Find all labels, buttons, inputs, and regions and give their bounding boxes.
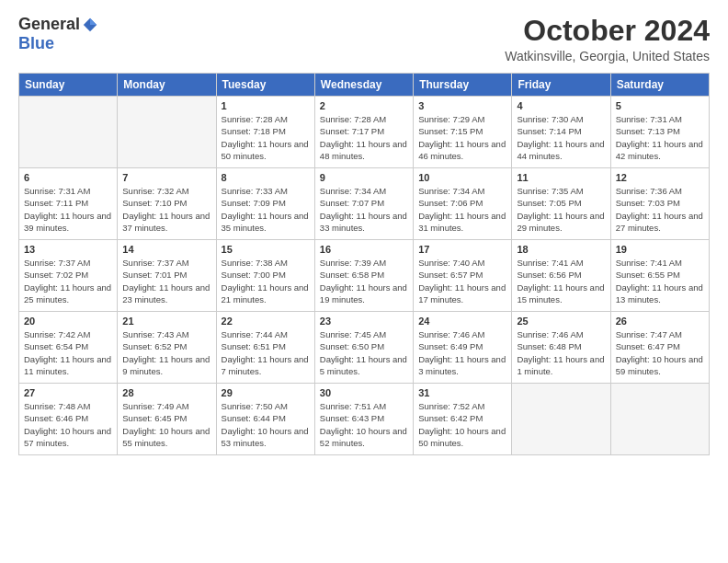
day-number: 11 [517, 172, 605, 183]
day-detail: Sunrise: 7:47 AMSunset: 6:47 PMDaylight:… [616, 328, 704, 377]
day-number: 7 [122, 172, 210, 183]
day-number: 22 [222, 316, 310, 327]
day-detail: Sunrise: 7:48 AMSunset: 6:46 PMDaylight:… [24, 400, 112, 449]
day-detail: Sunrise: 7:52 AMSunset: 6:42 PMDaylight:… [418, 400, 506, 449]
day-number: 19 [616, 244, 704, 255]
header-monday: Monday [118, 74, 216, 97]
header-sunday: Sunday [19, 74, 118, 97]
day-detail: Sunrise: 7:31 AMSunset: 7:13 PMDaylight:… [616, 113, 704, 162]
header-saturday: Saturday [610, 74, 709, 97]
day-detail: Sunrise: 7:44 AMSunset: 6:51 PMDaylight:… [222, 328, 310, 377]
day-number: 31 [418, 387, 506, 398]
calendar-cell: 14Sunrise: 7:37 AMSunset: 7:01 PMDayligh… [118, 240, 216, 312]
day-detail: Sunrise: 7:39 AMSunset: 6:58 PMDaylight:… [320, 257, 408, 305]
day-number: 23 [320, 316, 408, 327]
day-number: 30 [320, 387, 408, 398]
day-number: 28 [122, 387, 210, 398]
day-number: 26 [616, 316, 704, 327]
day-detail: Sunrise: 7:49 AMSunset: 6:45 PMDaylight:… [122, 400, 210, 449]
calendar-cell: 28Sunrise: 7:49 AMSunset: 6:45 PMDayligh… [118, 384, 216, 455]
day-number: 3 [418, 100, 506, 111]
calendar-cell [118, 97, 216, 168]
calendar-cell: 8Sunrise: 7:33 AMSunset: 7:09 PMDaylight… [216, 168, 314, 240]
calendar-cell: 15Sunrise: 7:38 AMSunset: 7:00 PMDayligh… [216, 240, 314, 312]
day-detail: Sunrise: 7:30 AMSunset: 7:14 PMDaylight:… [517, 113, 605, 162]
logo-icon [82, 17, 98, 33]
day-detail: Sunrise: 7:34 AMSunset: 7:07 PMDaylight:… [320, 185, 408, 234]
day-number: 27 [24, 387, 112, 398]
title-block: October 2024 Watkinsville, Georgia, Unit… [505, 15, 710, 63]
calendar-cell: 5Sunrise: 7:31 AMSunset: 7:13 PMDaylight… [610, 97, 709, 168]
calendar-cell: 20Sunrise: 7:42 AMSunset: 6:54 PMDayligh… [19, 312, 118, 384]
day-number: 1 [222, 100, 310, 111]
day-number: 18 [517, 244, 605, 255]
day-number: 9 [320, 172, 408, 183]
calendar-cell: 22Sunrise: 7:44 AMSunset: 6:51 PMDayligh… [216, 312, 314, 384]
day-detail: Sunrise: 7:46 AMSunset: 6:49 PMDaylight:… [418, 328, 506, 377]
calendar-cell: 3Sunrise: 7:29 AMSunset: 7:15 PMDaylight… [414, 97, 512, 168]
calendar-table: SundayMondayTuesdayWednesdayThursdayFrid… [18, 73, 710, 455]
day-number: 24 [418, 316, 506, 327]
calendar-cell: 13Sunrise: 7:37 AMSunset: 7:02 PMDayligh… [19, 240, 118, 312]
day-detail: Sunrise: 7:29 AMSunset: 7:15 PMDaylight:… [418, 113, 506, 162]
day-detail: Sunrise: 7:28 AMSunset: 7:17 PMDaylight:… [320, 113, 408, 162]
day-detail: Sunrise: 7:45 AMSunset: 6:50 PMDaylight:… [320, 328, 408, 377]
calendar-cell: 31Sunrise: 7:52 AMSunset: 6:42 PMDayligh… [414, 384, 512, 455]
logo-general: General [18, 15, 80, 34]
calendar-cell [610, 384, 709, 455]
page-header: General Blue October 2024 Watkinsville, … [18, 15, 710, 63]
calendar-cell: 27Sunrise: 7:48 AMSunset: 6:46 PMDayligh… [19, 384, 118, 455]
calendar-cell: 9Sunrise: 7:34 AMSunset: 7:07 PMDaylight… [314, 168, 413, 240]
day-number: 5 [616, 100, 704, 111]
calendar-cell: 7Sunrise: 7:32 AMSunset: 7:10 PMDaylight… [118, 168, 216, 240]
logo: General Blue [18, 15, 98, 53]
day-number: 25 [517, 316, 605, 327]
day-detail: Sunrise: 7:28 AMSunset: 7:18 PMDaylight:… [222, 113, 310, 162]
calendar-cell: 6Sunrise: 7:31 AMSunset: 7:11 PMDaylight… [19, 168, 118, 240]
calendar-cell: 17Sunrise: 7:40 AMSunset: 6:57 PMDayligh… [414, 240, 512, 312]
day-detail: Sunrise: 7:42 AMSunset: 6:54 PMDaylight:… [24, 328, 112, 377]
calendar-cell: 23Sunrise: 7:45 AMSunset: 6:50 PMDayligh… [314, 312, 413, 384]
day-detail: Sunrise: 7:43 AMSunset: 6:52 PMDaylight:… [122, 328, 210, 377]
day-detail: Sunrise: 7:35 AMSunset: 7:05 PMDaylight:… [517, 185, 605, 234]
day-number: 14 [122, 244, 210, 255]
day-number: 10 [418, 172, 506, 183]
day-detail: Sunrise: 7:36 AMSunset: 7:03 PMDaylight:… [616, 185, 704, 234]
day-number: 15 [222, 244, 310, 255]
day-detail: Sunrise: 7:41 AMSunset: 6:55 PMDaylight:… [616, 257, 704, 305]
day-detail: Sunrise: 7:50 AMSunset: 6:44 PMDaylight:… [222, 400, 310, 449]
day-number: 20 [24, 316, 112, 327]
logo-blue: Blue [18, 34, 54, 53]
day-detail: Sunrise: 7:37 AMSunset: 7:01 PMDaylight:… [122, 257, 210, 305]
calendar-cell: 21Sunrise: 7:43 AMSunset: 6:52 PMDayligh… [118, 312, 216, 384]
calendar-cell: 2Sunrise: 7:28 AMSunset: 7:17 PMDaylight… [314, 97, 413, 168]
day-detail: Sunrise: 7:33 AMSunset: 7:09 PMDaylight:… [222, 185, 310, 234]
calendar-cell: 24Sunrise: 7:46 AMSunset: 6:49 PMDayligh… [414, 312, 512, 384]
day-detail: Sunrise: 7:37 AMSunset: 7:02 PMDaylight:… [24, 257, 112, 305]
day-number: 29 [222, 387, 310, 398]
calendar-cell: 10Sunrise: 7:34 AMSunset: 7:06 PMDayligh… [414, 168, 512, 240]
day-detail: Sunrise: 7:51 AMSunset: 6:43 PMDaylight:… [320, 400, 408, 449]
calendar-cell: 29Sunrise: 7:50 AMSunset: 6:44 PMDayligh… [216, 384, 314, 455]
calendar-cell: 11Sunrise: 7:35 AMSunset: 7:05 PMDayligh… [512, 168, 610, 240]
day-detail: Sunrise: 7:38 AMSunset: 7:00 PMDaylight:… [222, 257, 310, 305]
calendar-cell: 30Sunrise: 7:51 AMSunset: 6:43 PMDayligh… [314, 384, 413, 455]
day-number: 16 [320, 244, 408, 255]
day-detail: Sunrise: 7:40 AMSunset: 6:57 PMDaylight:… [418, 257, 506, 305]
day-detail: Sunrise: 7:32 AMSunset: 7:10 PMDaylight:… [122, 185, 210, 234]
day-number: 21 [122, 316, 210, 327]
month-title: October 2024 [505, 15, 710, 47]
calendar-cell [19, 97, 118, 168]
day-number: 2 [320, 100, 408, 111]
header-thursday: Thursday [414, 74, 512, 97]
day-number: 17 [418, 244, 506, 255]
calendar-cell: 1Sunrise: 7:28 AMSunset: 7:18 PMDaylight… [216, 97, 314, 168]
day-number: 6 [24, 172, 112, 183]
calendar-cell: 26Sunrise: 7:47 AMSunset: 6:47 PMDayligh… [610, 312, 709, 384]
day-detail: Sunrise: 7:41 AMSunset: 6:56 PMDaylight:… [517, 257, 605, 305]
day-detail: Sunrise: 7:31 AMSunset: 7:11 PMDaylight:… [24, 185, 112, 234]
day-detail: Sunrise: 7:46 AMSunset: 6:48 PMDaylight:… [517, 328, 605, 377]
day-number: 12 [616, 172, 704, 183]
header-wednesday: Wednesday [314, 74, 413, 97]
header-friday: Friday [512, 74, 610, 97]
